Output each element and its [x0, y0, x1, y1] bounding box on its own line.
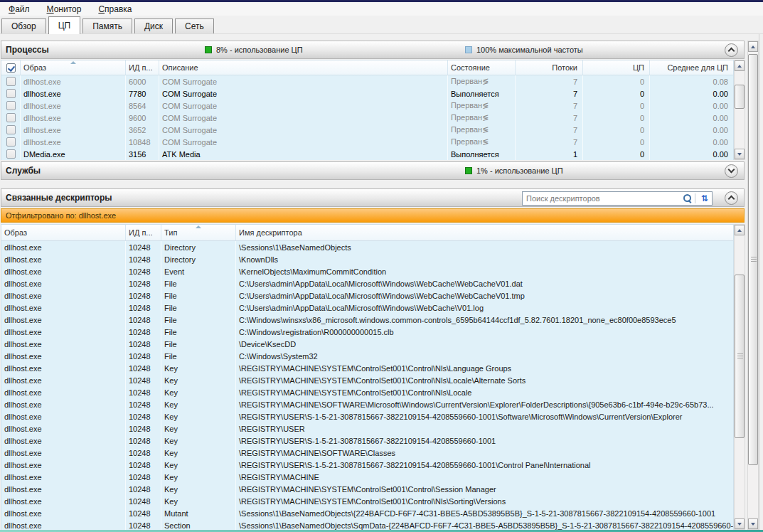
handle-row[interactable]: dllhost.exe 10248 Key \REGISTRY\MACHINE\…: [1, 398, 733, 410]
processes-column-threads[interactable]: Потоки: [516, 60, 583, 75]
handle-row[interactable]: dllhost.exe 10248 File C:\Users\admin\Ap…: [1, 289, 733, 302]
tab-disk[interactable]: Диск: [134, 18, 173, 33]
process-checkbox[interactable]: [6, 113, 16, 122]
handle-type: Event: [161, 265, 236, 277]
handles-column-type[interactable]: Тип: [161, 225, 236, 240]
max-frequency-blue-icon: [465, 46, 472, 53]
search-icon[interactable]: [682, 193, 693, 204]
handle-row[interactable]: dllhost.exe 10248 File C:\Windows\regist…: [1, 326, 733, 338]
chevron-up-icon: [728, 48, 735, 55]
processes-header-checkbox-cell[interactable]: [1, 60, 21, 75]
process-description: COM Surrogate: [159, 112, 448, 124]
handle-row[interactable]: dllhost.exe 10248 File C:\Users\admin\Ap…: [1, 277, 733, 289]
handle-type: Mutant: [161, 507, 236, 519]
handles-scrollbar[interactable]: [734, 224, 745, 530]
scroll-down-button[interactable]: [735, 518, 745, 529]
process-checkbox[interactable]: [6, 125, 16, 134]
scroll-down-button[interactable]: [735, 149, 745, 159]
tab-cpu[interactable]: ЦП: [48, 16, 81, 34]
processes-column-description[interactable]: Описание: [159, 60, 448, 75]
handle-pid: 10248: [126, 253, 161, 265]
handle-row[interactable]: dllhost.exe 10248 Key \REGISTRY\MACHINE\…: [1, 483, 733, 495]
process-checkbox[interactable]: [6, 137, 16, 147]
menu-help[interactable]: Справка: [92, 4, 137, 14]
process-checkbox[interactable]: [6, 77, 16, 86]
grip-icon: [751, 257, 757, 262]
handle-row[interactable]: dllhost.exe 10248 File C:\Users\admin\Ap…: [1, 302, 733, 314]
handle-row[interactable]: dllhost.exe 10248 File \Device\KsecDD: [1, 338, 733, 350]
handle-row[interactable]: dllhost.exe 10248 Key \REGISTRY\MACHINE\…: [1, 362, 733, 374]
processes-column-pid[interactable]: ИД п...: [126, 60, 159, 75]
handle-row[interactable]: dllhost.exe 10248 Mutant \Sessions\1\Bas…: [1, 507, 733, 519]
services-cpu-usage-legend: 1% - использование ЦП: [465, 166, 563, 175]
tab-overview[interactable]: Обзор: [1, 18, 46, 33]
processes-table-body: dllhost.exe 6000 COM Surrogate Прерван≶ …: [1, 75, 734, 160]
tab-memory[interactable]: Память: [82, 18, 132, 33]
search-input[interactable]: [523, 194, 682, 203]
handle-row[interactable]: dllhost.exe 10248 Key \REGISTRY\USER: [1, 422, 733, 435]
process-row[interactable]: DMedia.exe 3156 ATK Media Выполняется 1 …: [1, 148, 733, 160]
processes-title: Процессы: [1, 45, 49, 55]
processes-collapse-button[interactable]: [725, 43, 738, 57]
menu-file[interactable]: Файл: [3, 4, 36, 14]
processes-table-header: Образ ИД п... Описание Состояние Потоки …: [1, 60, 734, 75]
process-row[interactable]: dllhost.exe 10848 COM Surrogate Прерван≶…: [1, 136, 733, 148]
process-checkbox[interactable]: [6, 89, 16, 98]
chevron-down-icon: [728, 166, 735, 174]
handle-row[interactable]: dllhost.exe 10248 Section \Sessions\1\Ba…: [1, 519, 733, 530]
menu-monitor[interactable]: Монитор: [41, 4, 87, 14]
window-scrollbar[interactable]: [747, 41, 759, 530]
handles-column-image[interactable]: Образ: [1, 225, 126, 240]
process-checkbox[interactable]: [6, 149, 16, 159]
processes-column-avg-cpu[interactable]: Среднее для ЦП: [650, 60, 733, 75]
handle-type: File: [161, 289, 236, 302]
scroll-up-button[interactable]: [748, 41, 758, 52]
handle-row[interactable]: dllhost.exe 10248 Key \REGISTRY\MACHINE: [1, 471, 733, 483]
services-expand-button[interactable]: [725, 164, 738, 178]
handles-column-name[interactable]: Имя дескриптора: [236, 225, 733, 240]
process-row[interactable]: dllhost.exe 3652 COM Surrogate Прерван≶ …: [1, 124, 733, 136]
process-checkbox[interactable]: [6, 101, 16, 110]
handle-row[interactable]: dllhost.exe 10248 Event \KernelObjects\M…: [1, 265, 733, 277]
process-row[interactable]: dllhost.exe 9600 COM Surrogate Прерван≶ …: [1, 112, 733, 124]
handle-name: \REGISTRY\USER: [236, 422, 733, 435]
scrollbar-thumb[interactable]: [735, 275, 745, 438]
scrollbar-thumb[interactable]: [735, 85, 745, 109]
cpu-usage-legend: 8% - использование ЦП: [205, 46, 303, 54]
scrollbar-thumb[interactable]: [748, 54, 758, 465]
handle-pid: 10248: [126, 241, 161, 253]
cpu-usage-label: 8% - использование ЦП: [216, 46, 303, 54]
handle-row[interactable]: dllhost.exe 10248 Key \REGISTRY\USER\S-1…: [1, 435, 733, 447]
processes-column-cpu[interactable]: ЦП: [583, 60, 650, 75]
handles-column-pid[interactable]: ИД п...: [126, 225, 161, 240]
handle-row[interactable]: dllhost.exe 10248 Key \REGISTRY\USER\S-1…: [1, 459, 733, 471]
handle-row[interactable]: dllhost.exe 10248 Key \REGISTRY\MACHINE\…: [1, 495, 733, 507]
handles-collapse-button[interactable]: [725, 191, 738, 205]
handle-name: C:\Users\admin\AppData\Local\Microsoft\W…: [236, 302, 733, 314]
scroll-up-button[interactable]: [735, 225, 745, 235]
scroll-up-button[interactable]: [735, 60, 745, 71]
handle-pid: 10248: [126, 265, 161, 277]
refresh-arrows-icon[interactable]: ⇅: [698, 193, 712, 203]
handle-row[interactable]: dllhost.exe 10248 File C:\Windows\winsxs…: [1, 314, 733, 326]
process-row[interactable]: dllhost.exe 8564 COM Surrogate Прерван≶ …: [1, 100, 733, 112]
tab-network[interactable]: Сеть: [175, 18, 214, 33]
handle-row[interactable]: dllhost.exe 10248 Key \REGISTRY\MACHINE\…: [1, 374, 733, 386]
handle-name: \REGISTRY\MACHINE\SYSTEM\ControlSet001\C…: [236, 374, 733, 386]
processes-column-image[interactable]: Образ: [21, 60, 126, 75]
process-row[interactable]: dllhost.exe 6000 COM Surrogate Прерван≶ …: [1, 75, 733, 87]
handle-name: \REGISTRY\MACHINE\SOFTWARE\Microsoft\Win…: [236, 398, 733, 410]
handle-row[interactable]: dllhost.exe 10248 Key \REGISTRY\MACHINE\…: [1, 447, 733, 459]
handle-row[interactable]: dllhost.exe 10248 Directory \Sessions\1\…: [1, 241, 733, 253]
handle-row[interactable]: dllhost.exe 10248 Directory \KnownDlls: [1, 253, 733, 265]
scroll-down-button[interactable]: [748, 518, 758, 529]
processes-scrollbar[interactable]: [734, 60, 745, 160]
process-row[interactable]: dllhost.exe 7780 COM Surrogate Выполняет…: [1, 87, 733, 100]
handle-row[interactable]: dllhost.exe 10248 File C:\Windows\System…: [1, 350, 733, 362]
select-all-checkbox[interactable]: [6, 63, 16, 73]
handle-type: Key: [161, 435, 236, 447]
handle-row[interactable]: dllhost.exe 10248 Key \REGISTRY\USER\S-1…: [1, 410, 733, 422]
process-description: COM Surrogate: [159, 136, 448, 148]
processes-column-status[interactable]: Состояние: [448, 60, 516, 75]
handle-row[interactable]: dllhost.exe 10248 Key \REGISTRY\MACHINE\…: [1, 386, 733, 398]
